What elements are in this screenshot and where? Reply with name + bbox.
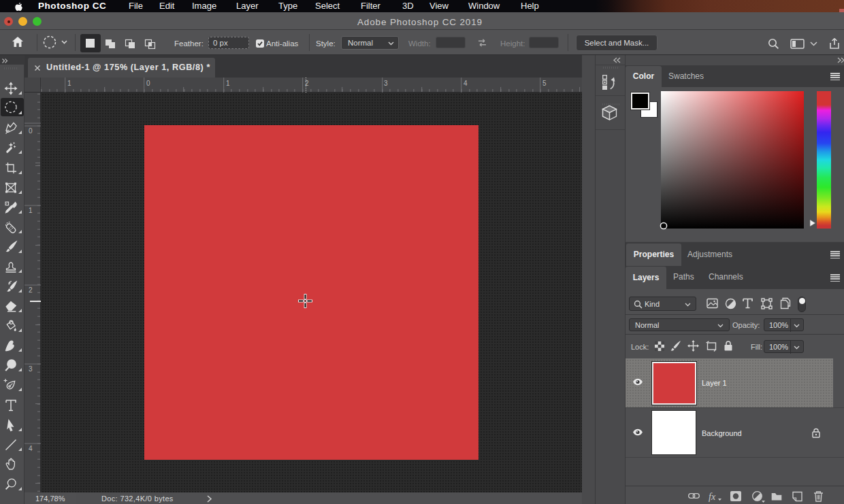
svg-text:fx: fx [709,492,716,502]
